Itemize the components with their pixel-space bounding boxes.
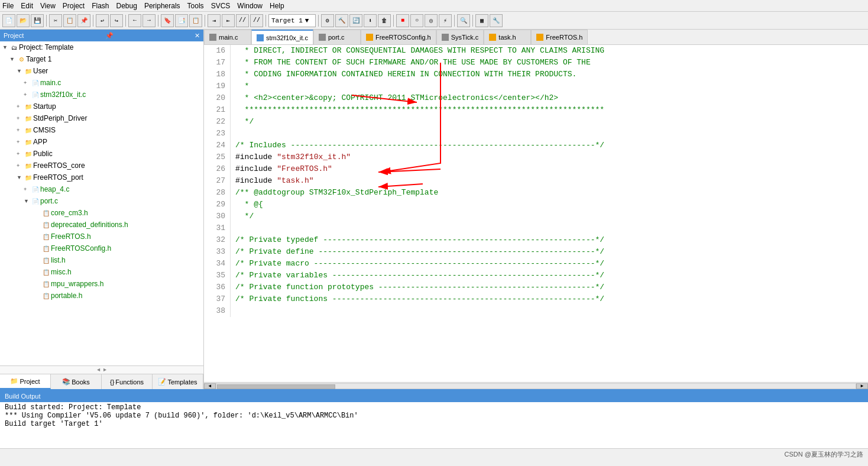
outdent-button[interactable]: ⇤ <box>222 14 235 27</box>
tree-item-mpuwrappers[interactable]: 📋 mpu_wrappers.h <box>0 278 203 290</box>
menu-help[interactable]: Help <box>270 2 284 10</box>
bookmark-button[interactable]: 🔖 <box>161 14 174 27</box>
menu-view[interactable]: View <box>40 2 56 10</box>
scroll-track[interactable] <box>216 383 856 389</box>
target-dropdown[interactable]: Target 1 ▼ <box>268 14 316 27</box>
nav-fwd-button[interactable]: → <box>142 14 156 27</box>
expand-icon[interactable]: + <box>17 151 24 157</box>
layout-button[interactable]: ▦ <box>475 14 488 27</box>
tree-item-freertosh[interactable]: 📋 FreeRTOS.h <box>0 231 203 242</box>
build-button[interactable]: 🔨 <box>335 14 348 27</box>
stop-button[interactable]: ■ <box>396 14 409 27</box>
menu-debug[interactable]: Debug <box>116 2 137 10</box>
tree-item-startup[interactable]: + 📁 Startup <box>0 101 203 112</box>
tree-item-portable[interactable]: 📋 portable.h <box>0 290 203 302</box>
menu-edit[interactable]: Edit <box>21 2 33 10</box>
tree-item-mainc[interactable]: + 📄 main.c <box>0 77 203 89</box>
expand-icon[interactable]: + <box>17 139 24 145</box>
tree-item-target1[interactable]: ▼ ⚙ Target 1 <box>0 53 203 65</box>
menu-svcs[interactable]: SVCS <box>211 2 231 10</box>
redo-button[interactable]: ↪ <box>110 14 123 27</box>
tree-item-user[interactable]: ▼ 📁 User <box>0 65 203 77</box>
bookmark2-button[interactable]: 📑 <box>175 14 188 27</box>
bookmark3-button[interactable]: 📋 <box>189 14 202 27</box>
expand-icon[interactable]: ▼ <box>24 198 31 204</box>
uncomment-button[interactable]: // <box>250 14 263 27</box>
tree-item-app[interactable]: + 📁 APP <box>0 136 203 148</box>
menu-project[interactable]: Project <box>63 2 85 10</box>
expand-icon[interactable]: + <box>17 115 24 121</box>
sidebar-tab-functions[interactable]: {} Functions <box>102 374 153 389</box>
zoom-button[interactable]: 🔍 <box>457 14 470 27</box>
tree-item-heap4[interactable]: + 📄 heap_4.c <box>0 183 203 195</box>
scroll-left-button[interactable]: ◄ <box>204 383 216 389</box>
new-file-button[interactable]: 📄 <box>2 14 15 27</box>
tree-item-public[interactable]: + 📁 Public <box>0 148 203 160</box>
expand-icon[interactable]: ▼ <box>2 44 9 50</box>
tree-item-stdperiph[interactable]: + 📁 StdPeriph_Driver <box>0 112 203 124</box>
paste-button[interactable]: 📌 <box>77 14 90 27</box>
download-button[interactable]: ⬇ <box>364 14 377 27</box>
tree-item-deprecated[interactable]: 📋 deprecated_definitions.h <box>0 219 203 231</box>
tree-item-misch[interactable]: 📋 misc.h <box>0 266 203 278</box>
sidebar-tab-templates[interactable]: 📝 Templates <box>153 374 203 389</box>
tree-item-listh[interactable]: 📋 list.h <box>0 254 203 266</box>
tree-item-portc[interactable]: ▼ 📄 port.c <box>0 195 203 207</box>
wizard-button[interactable]: ⚙ <box>321 14 334 27</box>
clean-button[interactable]: 🗑 <box>378 14 391 27</box>
tab-stm32[interactable]: stm32f10x_it.c <box>251 30 313 44</box>
menu-window[interactable]: Window <box>237 2 263 10</box>
expand-icon[interactable]: ▼ <box>17 174 24 180</box>
indent-button[interactable]: ⇥ <box>208 14 221 27</box>
expand-icon[interactable]: + <box>17 127 24 133</box>
expand-icon[interactable]: ▼ <box>9 56 17 62</box>
tree-item-stm32[interactable]: + 📄 stm32f10x_it.c <box>0 89 203 101</box>
nav-back-button[interactable]: ← <box>128 14 141 27</box>
save-button[interactable]: 💾 <box>31 14 44 27</box>
rebuild-button[interactable]: 🔄 <box>349 14 362 27</box>
expand-icon[interactable]: + <box>24 92 31 98</box>
target2-button[interactable]: ◎ <box>425 14 438 27</box>
sidebar-tab-project[interactable]: 📁 Project <box>0 374 51 389</box>
expand-icon[interactable]: + <box>17 163 24 169</box>
tree-item-project[interactable]: ▼ 🗂 Project: Template <box>0 41 203 53</box>
expand-icon[interactable]: + <box>24 80 31 86</box>
menu-file[interactable]: File <box>2 2 14 10</box>
sidebar-close-icon[interactable]: ✕ <box>195 32 200 40</box>
file-icon: 📋 <box>41 220 51 229</box>
tree-item-freertos-port[interactable]: ▼ 📁 FreeRTOS_port <box>0 171 203 183</box>
horizontal-scrollbar[interactable]: ◄ ► <box>204 382 868 389</box>
copy-button[interactable]: 📋 <box>63 14 76 27</box>
expand-icon[interactable]: + <box>24 186 31 192</box>
tree-item-freertos-core[interactable]: + 📁 FreeRTOS_core <box>0 160 203 171</box>
comment-button[interactable]: // <box>236 14 249 27</box>
power-button[interactable]: ⚡ <box>439 14 452 27</box>
tree-item-core-cm3[interactable]: 📋 core_cm3.h <box>0 207 203 219</box>
expand-icon[interactable]: + <box>17 103 24 109</box>
build-output-title: Build Output <box>5 393 41 400</box>
open-button[interactable]: 📂 <box>17 14 30 27</box>
settings-button[interactable]: 🔧 <box>490 14 503 27</box>
cut-button[interactable]: ✂ <box>49 14 62 27</box>
sidebar-pin-icon[interactable]: 📌 <box>105 32 114 40</box>
tab-portc[interactable]: port.c <box>313 30 361 44</box>
circle-button[interactable]: ○ <box>410 14 423 27</box>
code-editor[interactable]: 16 17 18 19 20 21 22 23 24 25 26 27 28 2… <box>204 45 868 382</box>
tree-item-cmsis[interactable]: + 📁 CMSIS <box>0 124 203 136</box>
tab-freertosh[interactable]: FreeRTOS.h <box>531 30 588 44</box>
menu-tools[interactable]: Tools <box>187 2 204 10</box>
menu-flash[interactable]: Flash <box>92 2 109 10</box>
expand-icon[interactable]: ▼ <box>17 68 24 74</box>
tab-systick[interactable]: SysTick.c <box>436 30 484 44</box>
sidebar-tab-templates-label: Templates <box>167 378 197 386</box>
tab-mainc[interactable]: main.c <box>204 30 251 44</box>
tree-item-freertosconfigh[interactable]: 📋 FreeRTOSConfig.h <box>0 242 203 254</box>
menu-peripherals[interactable]: Peripherals <box>144 2 180 10</box>
scroll-thumb[interactable] <box>217 384 335 389</box>
scroll-right-button[interactable]: ► <box>856 383 868 389</box>
sidebar-tab-books[interactable]: 📚 Books <box>51 374 102 389</box>
undo-button[interactable]: ↩ <box>96 14 109 27</box>
sidebar-tree[interactable]: ▼ 🗂 Project: Template ▼ ⚙ Target 1 <box>0 41 203 365</box>
tab-freertosconfig[interactable]: FreeRTOSConfig.h <box>361 30 436 44</box>
tab-taskh[interactable]: task.h <box>484 30 531 44</box>
